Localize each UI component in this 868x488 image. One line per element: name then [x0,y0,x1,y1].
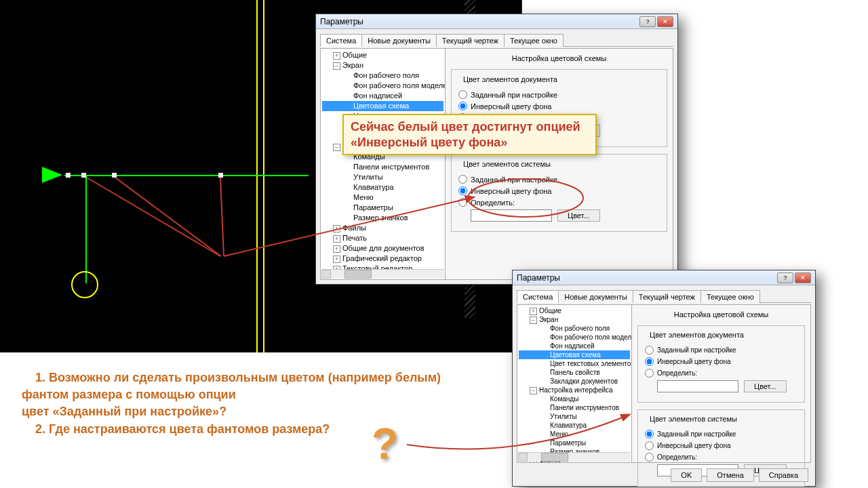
color-button[interactable]: Цвет... [557,209,600,222]
settings-panel: Настройка цветовой схемы Цвет элементов … [446,48,673,280]
yellow-line [256,0,258,352]
tree-node[interactable]: Фон надписей [519,342,630,350]
help-button-icon[interactable]: ? [777,272,793,283]
close-button-icon[interactable]: ✕ [657,16,673,27]
radio-label: Инверсный цвету фона [471,102,551,110]
annotation-callout: Сейчас белый цвет достигнут опцией «Инве… [342,114,597,155]
scrollbar[interactable] [518,452,631,462]
question-text: фантом размера с помощью опции [22,386,456,403]
radio-define[interactable]: Определить: [645,453,797,462]
dim-arrow-icon [42,167,62,183]
handle-marker[interactable] [66,173,71,178]
help-button[interactable]: Справка [759,468,808,482]
help-button-icon[interactable]: ? [639,16,656,27]
radio-set[interactable]: Заданный при настройке [458,175,660,184]
tree-node[interactable]: Фон рабочего поля [322,70,443,81]
tree-node[interactable]: Закладки документов [519,377,630,386]
tab-current-window[interactable]: Текущее окно [701,290,760,303]
settings-dialog-bottom: Параметры ? ✕ Система Новые документы Те… [512,270,816,487]
group-system-color: Цвет элементов системы Заданный при наст… [451,154,667,232]
group-document-color: Цвет элементов документа Заданный при на… [637,325,805,403]
tree-node[interactable]: Цветовая схема [322,101,443,111]
tree-node[interactable]: +Общие [519,306,630,315]
radio-define[interactable]: Определить: [645,369,797,378]
settings-tree[interactable]: +Общие–ЭкранФон рабочего поляФон рабочег… [320,48,446,280]
tree-node[interactable]: Фон рабочего поля моделей [322,81,443,91]
tree-node[interactable]: +Печать [322,233,443,243]
tree-node[interactable]: Параметры [322,203,443,213]
cancel-button[interactable]: Отмена [707,468,753,482]
tab-new-docs[interactable]: Новые документы [558,290,633,303]
group-legend: Цвет элементов документа [648,331,746,339]
group-legend: Цвет элементов документа [461,75,559,83]
color-field[interactable] [657,380,738,392]
radio-define[interactable]: Определить: [458,198,660,207]
radio-label: Заданный при настройке [471,91,557,99]
tree-node[interactable]: Фон рабочего поля [519,324,630,333]
tab-new-docs[interactable]: Новые документы [361,34,437,47]
settings-tree[interactable]: +Общие–ЭкранФон рабочего поляФон рабочег… [517,304,632,463]
tab-current-drawing[interactable]: Текущий чертеж [436,34,505,47]
handle-marker[interactable] [81,173,86,178]
tree-node[interactable]: Размер значков [322,213,443,223]
radio-label: Определить: [657,453,697,461]
titlebar[interactable]: Параметры ? ✕ [513,270,815,285]
radio-set[interactable]: Заданный при настройке [645,346,797,354]
ok-button[interactable]: OK [671,468,702,482]
tab-bar: Система Новые документы Текущий чертеж Т… [517,289,811,303]
tree-node[interactable]: Панели инструментов [519,403,630,412]
dialog-title: Параметры [517,273,560,283]
tree-node[interactable]: Панель свойств [519,368,630,377]
tree-node[interactable]: Фон рабочего поля моделей [519,333,630,342]
radio-set[interactable]: Заданный при настройке [458,90,660,99]
tree-node[interactable]: Клавиатура [322,182,443,192]
tree-node[interactable]: Команды [519,394,630,403]
tree-node[interactable]: –Экран [519,315,630,324]
question-text: цвет «Заданный при настройке»? [22,403,456,420]
settings-panel: Настройка цветовой схемы Цвет элементов … [632,304,811,463]
tree-node[interactable]: –Экран [322,60,443,70]
tree-node[interactable]: +Графический редактор [322,253,443,264]
tree-node[interactable]: +Общие [322,50,443,60]
tree-node[interactable]: Утилиты [519,412,630,421]
tree-node[interactable]: Панели инструментов [322,162,443,172]
tree-node[interactable]: +Общие для документов [322,243,443,253]
handle-marker[interactable] [112,173,117,178]
dimension-line [64,175,309,176]
circle-primitive [71,271,98,298]
dimension-line [85,175,87,283]
radio-inverse[interactable]: Инверсный цвету фона [458,102,660,110]
radio-label: Инверсный цвету фона [657,442,731,449]
radio-set[interactable]: Заданный при настройке [645,430,797,439]
scrollbar[interactable] [321,269,444,279]
tree-node[interactable]: Меню [519,430,630,439]
tree-node[interactable]: Цветовая схема [519,350,630,359]
close-button-icon[interactable]: ✕ [795,272,811,283]
radio-inverse[interactable]: Инверсный цвету фона [645,441,797,450]
radio-label: Заданный при настройке [657,430,736,438]
tab-system[interactable]: Система [320,34,362,47]
radio-label: Определить: [657,369,697,377]
tree-node[interactable]: Меню [322,192,443,203]
radio-label: Заданный при настройке [471,176,557,184]
radio-label: Инверсный цвету фона [471,187,551,195]
tree-node[interactable]: Утилиты [322,172,443,182]
tab-bar: Система Новые документы Текущий чертеж Т… [320,33,673,47]
color-field[interactable] [471,209,552,222]
tree-node[interactable]: –Настройка интерфейса [519,386,630,394]
titlebar[interactable]: Параметры ? ✕ [316,14,677,29]
color-button[interactable]: Цвет... [744,380,787,392]
tab-system[interactable]: Система [517,290,559,303]
radio-inverse[interactable]: Инверсный цвету фона [645,357,797,366]
group-legend: Цвет элементов системы [461,160,553,168]
radio-label: Инверсный цвету фона [657,358,731,365]
tree-node[interactable]: Клавиатура [519,421,630,430]
tab-current-window[interactable]: Текущее окно [504,34,564,47]
radio-inverse[interactable]: Инверсный цвету фона [458,186,660,195]
tree-node[interactable]: Параметры [519,439,630,447]
tree-node[interactable]: +Файлы [322,223,443,233]
tree-node[interactable]: Фон надписей [322,91,443,101]
tree-node[interactable]: Цвет текстовых элементов [519,359,630,368]
handle-marker[interactable] [218,173,223,178]
tab-current-drawing[interactable]: Текущий чертеж [633,290,701,303]
